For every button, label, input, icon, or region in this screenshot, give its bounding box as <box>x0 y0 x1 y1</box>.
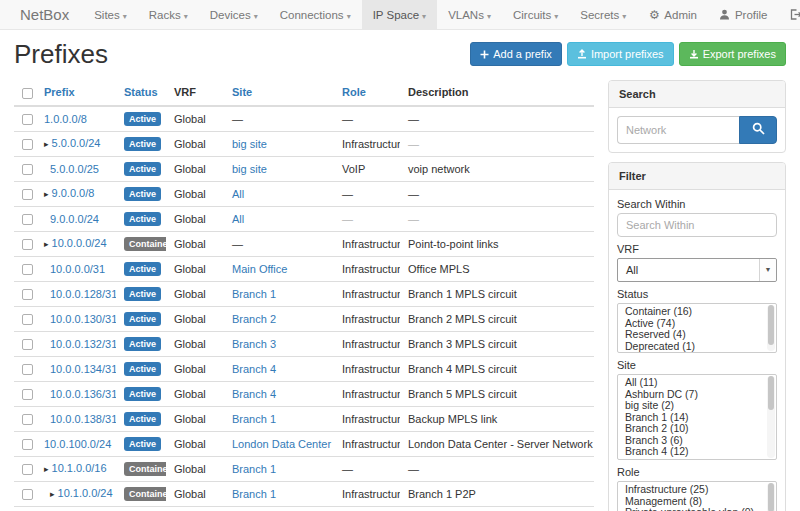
row-checkbox[interactable] <box>22 289 33 300</box>
site-option[interactable]: Branch 4 (12) <box>618 446 776 458</box>
role-option[interactable]: Infrastructure (25) <box>618 484 776 496</box>
expand-caret-icon[interactable]: ▸ <box>44 189 49 199</box>
export-prefixes-button[interactable]: Export prefixes <box>679 42 786 66</box>
prefix-link[interactable]: 10.0.0.128/31 <box>50 288 116 300</box>
netbox-brand[interactable]: NetBox <box>8 0 83 29</box>
description-cell: — <box>400 506 594 511</box>
nav-item-sites[interactable]: Sites▾ <box>83 0 138 29</box>
prefix-cell: 10.0.100.0/24 <box>36 431 116 456</box>
prefix-link[interactable]: 5.0.0.0/25 <box>50 163 99 175</box>
site-link[interactable]: Branch 3 <box>232 338 276 350</box>
site-link[interactable]: Branch 4 <box>232 388 276 400</box>
site-link[interactable]: London Data Center <box>232 438 331 450</box>
role-option[interactable]: Private unrouteable vlan (0) <box>618 507 776 511</box>
add-prefix-button[interactable]: Add a prefix <box>470 42 562 66</box>
role-cell: Infrastructure <box>334 331 400 356</box>
prefix-link[interactable]: 10.0.0.130/31 <box>50 313 116 325</box>
site-link[interactable]: big site <box>232 138 267 150</box>
nav-item-secrets[interactable]: Secrets▾ <box>569 0 637 29</box>
row-checkbox[interactable] <box>22 139 33 150</box>
site-link[interactable]: Main Office <box>232 263 287 275</box>
column-header-prefix[interactable]: Prefix <box>36 80 116 106</box>
prefix-link[interactable]: 1.0.0.0/8 <box>44 113 87 125</box>
column-header-role[interactable]: Role <box>334 80 400 106</box>
row-checkbox[interactable] <box>22 439 33 450</box>
status-scrollbar[interactable] <box>767 305 775 351</box>
site-link[interactable]: All <box>232 188 244 200</box>
site-link[interactable]: Branch 1 <box>232 463 276 475</box>
nav-item-devices[interactable]: Devices▾ <box>199 0 269 29</box>
site-option[interactable]: All (11) <box>618 377 776 389</box>
prefix-link[interactable]: 10.0.0.136/31 <box>50 388 116 400</box>
prefix-link[interactable]: 10.1.0.0/16 <box>52 462 107 474</box>
expand-caret-icon[interactable]: ▸ <box>50 489 55 499</box>
role-listbox[interactable]: Infrastructure (25)Management (8)Private… <box>617 481 777 511</box>
prefix-link[interactable]: 9.0.0.0/8 <box>52 187 95 199</box>
status-listbox[interactable]: Container (16)Active (74)Reserved (4)Dep… <box>617 303 777 353</box>
nav-item-ip-space[interactable]: IP Space▾ <box>362 0 437 29</box>
site-scrollbar[interactable] <box>767 376 775 458</box>
prefix-link[interactable]: 10.0.0.134/31 <box>50 363 116 375</box>
expand-caret-icon[interactable]: ▸ <box>44 239 49 249</box>
site-link[interactable]: Branch 1 <box>232 288 276 300</box>
prefix-link[interactable]: 10.1.0.0/24 <box>58 487 113 499</box>
row-checkbox[interactable] <box>22 314 33 325</box>
row-checkbox[interactable] <box>22 239 33 250</box>
row-checkbox[interactable] <box>22 389 33 400</box>
prefix-link[interactable]: 10.0.0.132/31 <box>50 338 116 350</box>
column-header-status[interactable]: Status <box>116 80 166 106</box>
site-link[interactable]: Branch 1 <box>232 488 276 500</box>
site-option[interactable]: Branch 2 (10) <box>618 423 776 435</box>
row-checkbox[interactable] <box>22 114 33 125</box>
nav-item-logout[interactable]: Log out <box>779 0 800 29</box>
row-select-cell <box>14 456 36 481</box>
search-input[interactable] <box>617 116 739 144</box>
prefix-cell: 10.0.0.134/31 <box>36 356 116 381</box>
role-scrollbar[interactable] <box>767 483 775 511</box>
row-checkbox[interactable] <box>22 464 33 475</box>
column-header-site[interactable]: Site <box>224 80 334 106</box>
nav-item-circuits[interactable]: Circuits▾ <box>502 0 569 29</box>
prefix-link[interactable]: 5.0.0.0/24 <box>52 137 101 149</box>
nav-item-racks[interactable]: Racks▾ <box>138 0 199 29</box>
prefix-link[interactable]: 10.0.100.0/24 <box>44 438 111 450</box>
prefix-link[interactable]: 10.0.0.0/31 <box>50 263 105 275</box>
row-checkbox[interactable] <box>22 339 33 350</box>
site-link[interactable]: Branch 2 <box>232 313 276 325</box>
column-header-vrf: VRF <box>166 80 224 106</box>
nav-item-profile[interactable]: Profile <box>708 0 779 29</box>
expand-caret-icon[interactable]: ▸ <box>44 139 49 149</box>
export-icon <box>689 49 699 59</box>
table-row: 10.0.0.136/31ActiveGlobalBranch 4Infrast… <box>14 381 594 406</box>
site-link[interactable]: Branch 4 <box>232 363 276 375</box>
nav-item-connections[interactable]: Connections▾ <box>269 0 362 29</box>
status-option[interactable]: Reserved (4) <box>618 329 776 341</box>
row-checkbox[interactable] <box>22 164 33 175</box>
site-link[interactable]: Branch 1 <box>232 413 276 425</box>
prefix-link[interactable]: 9.0.0.0/24 <box>50 213 99 225</box>
search-within-input[interactable] <box>617 213 777 237</box>
site-listbox[interactable]: All (11)Ashburn DC (7)big site (2)Branch… <box>617 374 777 460</box>
site-link[interactable]: All <box>232 213 244 225</box>
row-checkbox[interactable] <box>22 214 33 225</box>
search-button[interactable] <box>739 116 777 144</box>
prefix-link[interactable]: 10.0.0.0/24 <box>52 237 107 249</box>
nav-item-vlans[interactable]: VLANs▾ <box>437 0 502 29</box>
vrf-select[interactable]: All ▼ <box>617 258 777 282</box>
status-option[interactable]: Deprecated (1) <box>618 341 776 353</box>
nav-item-admin[interactable]: ⚙ Admin <box>637 0 708 29</box>
site-option[interactable]: big site (2) <box>618 400 776 412</box>
select-all-checkbox[interactable] <box>22 88 33 99</box>
vrf-cell: Global <box>166 206 224 231</box>
import-prefixes-button[interactable]: Import prefixes <box>567 42 674 66</box>
expand-caret-icon[interactable]: ▸ <box>44 464 49 474</box>
status-option[interactable]: Container (16) <box>618 306 776 318</box>
row-checkbox[interactable] <box>22 364 33 375</box>
site-link[interactable]: big site <box>232 163 267 175</box>
prefix-link[interactable]: 10.0.0.138/31 <box>50 413 116 425</box>
site-option[interactable]: Branch 5 (7) <box>618 458 776 461</box>
row-checkbox[interactable] <box>22 414 33 425</box>
row-checkbox[interactable] <box>22 264 33 275</box>
row-checkbox[interactable] <box>22 189 33 200</box>
row-checkbox[interactable] <box>22 489 33 500</box>
